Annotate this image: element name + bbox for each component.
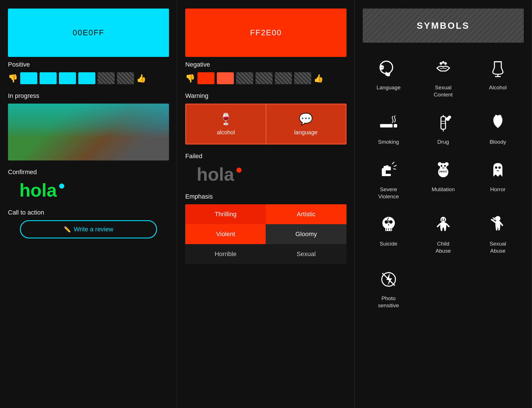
suicide-icon-wrap [376, 212, 401, 238]
bar-6 [117, 72, 134, 84]
alcohol-icon: 🍷 [219, 112, 233, 126]
bloody-icon-wrap [485, 110, 511, 136]
symbol-child-abuse: ChildAbuse [417, 207, 469, 259]
pencil-icon: ✏️ [64, 226, 71, 233]
photo-sensitive-icon-wrap [376, 267, 401, 292]
language-symbol-label: Language [376, 84, 401, 91]
in-progress-label: In progress [8, 92, 169, 100]
svg-line-24 [394, 165, 397, 166]
photo-sensitive-svg-icon [377, 268, 400, 291]
warning-language-cell: 💬 language [266, 104, 346, 144]
horror-svg-icon [486, 159, 509, 182]
horror-symbol-label: Horror [490, 186, 506, 193]
hola-confirmed-logo: hola [19, 180, 169, 201]
symbol-sexual-abuse: SexualAbuse [472, 207, 524, 259]
suicide-svg-icon [377, 213, 400, 236]
child-abuse-svg-icon [432, 213, 455, 236]
warning-box: 🍷 alcohol 💬 language [185, 104, 346, 145]
svg-rect-9 [380, 124, 393, 127]
smoking-svg-icon [377, 112, 400, 134]
negative-rating-bar: 👎 👍 [185, 72, 346, 84]
svg-point-4 [445, 63, 446, 64]
svg-rect-21 [388, 166, 391, 170]
thumbs-down-icon[interactable]: 👎 [8, 74, 18, 83]
right-panel: SYMBOLS — Language [355, 0, 532, 408]
severe-violence-svg-icon [377, 159, 400, 182]
svg-point-31 [444, 165, 446, 167]
svg-point-47 [440, 217, 446, 222]
svg-point-49 [444, 219, 445, 220]
svg-point-17 [448, 116, 451, 118]
hola-failed-logo: hola [197, 164, 346, 185]
svg-text:—: — [381, 65, 384, 69]
warning-language-label: language [294, 129, 317, 136]
bar-neg-2 [217, 72, 234, 84]
svg-line-25 [393, 169, 396, 169]
bar-3 [59, 72, 76, 84]
symbols-header: SYMBOLS [363, 9, 524, 43]
failed-label: Failed [185, 153, 346, 160]
bar-1 [20, 72, 37, 84]
child-abuse-icon-wrap [430, 212, 456, 238]
svg-point-38 [495, 166, 497, 169]
sexual-abuse-icon-wrap [485, 212, 511, 238]
sexual-content-icon-wrap [430, 56, 456, 81]
svg-point-40 [382, 217, 395, 229]
svg-line-23 [392, 162, 394, 164]
symbols-title: SYMBOLS [417, 20, 470, 31]
alcohol-symbol-label: Alcohol [489, 84, 507, 91]
thumbs-up-icon[interactable]: 👍 [136, 74, 146, 83]
symbol-language: — Language [363, 51, 415, 103]
symbol-severe-violence: SevereViolence [363, 153, 415, 205]
child-abuse-symbol-label: ChildAbuse [436, 240, 451, 254]
bloody-symbol-label: Bloody [490, 139, 506, 146]
smoking-icon-wrap [376, 110, 401, 136]
svg-point-42 [385, 220, 388, 224]
emphasis-horrible: Horrible [185, 244, 266, 264]
severe-violence-symbol-label: SevereViolence [378, 186, 399, 200]
emphasis-label: Emphasis [185, 193, 346, 200]
language-svg-icon: — [377, 57, 400, 80]
thumbs-up-icon-neg[interactable]: 👍 [314, 74, 323, 83]
symbol-mutilation: Mutilation [417, 153, 469, 205]
negative-color-value: FF2E00 [250, 28, 282, 37]
negative-label: Negative [185, 61, 346, 68]
svg-point-48 [442, 219, 443, 220]
severe-violence-icon-wrap [376, 158, 401, 183]
emphasis-gloomy: Gloomy [266, 224, 346, 244]
bar-5 [98, 72, 115, 84]
write-review-button[interactable]: ✏️ Write a review [20, 220, 157, 238]
sexual-abuse-symbol-label: SexualAbuse [490, 240, 506, 254]
symbol-sexual-content: SexualContent [417, 51, 469, 103]
hola-failed-text: hola [197, 164, 234, 185]
emphasis-violent: Violent [185, 224, 266, 244]
symbol-horror: Horror [472, 153, 524, 205]
hola-dot-cyan [59, 184, 64, 189]
smoking-symbol-label: Smoking [378, 139, 399, 146]
warning-label: Warning [185, 92, 346, 100]
alcohol-svg-icon [486, 57, 509, 80]
sexual-content-svg-icon [432, 57, 455, 80]
symbol-smoking: Smoking [363, 106, 415, 150]
symbol-photo-sensitive: Photosensitive [363, 262, 415, 314]
svg-point-5 [442, 62, 444, 63]
hola-text: hola [19, 180, 57, 201]
symbol-drug: Drug [417, 106, 469, 150]
language-icon: 💬 [299, 112, 313, 126]
confirmed-section: Confirmed hola [8, 168, 169, 201]
call-to-action-label: Call to action [8, 209, 169, 216]
emphasis-sexual: Sexual [266, 244, 346, 264]
svg-rect-10 [394, 124, 397, 127]
positive-label: Positive [8, 61, 169, 68]
mutilation-icon-wrap [430, 158, 456, 183]
left-panel: 00E0FF Positive 👎 👍 In progress Confirme… [0, 0, 177, 408]
sexual-content-symbol-label: SexualContent [434, 84, 453, 98]
svg-point-30 [441, 165, 442, 167]
bar-4 [78, 72, 95, 84]
mutilation-symbol-label: Mutilation [432, 186, 455, 193]
symbol-bloody: Bloody [472, 106, 524, 150]
bar-neg-6 [294, 72, 311, 84]
thumbs-down-icon-neg[interactable]: 👎 [185, 74, 195, 83]
positive-color-value: 00E0FF [73, 28, 104, 37]
symbol-suicide: Suicide [363, 207, 415, 259]
